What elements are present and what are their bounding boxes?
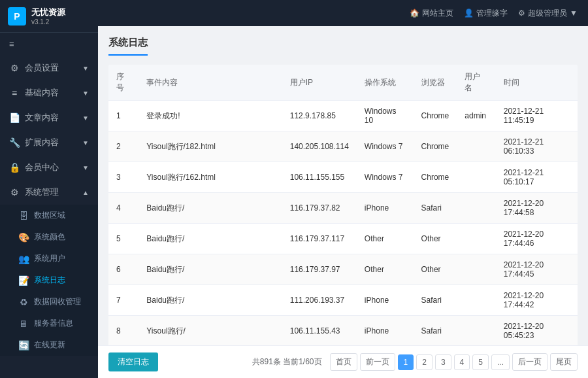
pagination-page-3[interactable]: 3 <box>435 354 451 370</box>
sidebar-sub-item-server-info[interactable]: 🖥 服务器信息 <box>0 313 98 334</box>
cell-ip: 140.205.108.114 <box>282 131 357 162</box>
menu-toggle[interactable]: ≡ <box>0 33 98 56</box>
topbar-user[interactable]: ⚙ 超级管理员 ▼ <box>518 8 578 19</box>
chevron-down-icon: ▼ <box>82 114 89 122</box>
sidebar-sub-item-label: 服务器信息 <box>34 318 73 329</box>
sidebar-item-label: 系统管理 <box>25 186 59 198</box>
cell-user: admin <box>457 101 495 131</box>
list-icon: ≡ <box>9 88 20 98</box>
table-row: 1 登录成功! 112.9.178.85 Windows 10 Chrome a… <box>108 101 578 131</box>
sidebar-sub-item-label: 系统用户 <box>34 253 65 264</box>
cell-event: Baidu跑行/ <box>139 224 282 254</box>
table-row: 6 Baidu跑行/ 116.179.37.97 Other Other 202… <box>108 254 578 285</box>
cell-os: iPhone <box>357 193 414 224</box>
cell-user <box>457 131 495 162</box>
cell-id: 2 <box>108 131 139 162</box>
topbar-user-label: 超级管理员 <box>528 8 567 19</box>
cell-browser: Other <box>414 224 457 254</box>
sidebar-sub-item-label: 数据回收管理 <box>34 296 81 307</box>
col-header-os: 操作系统 <box>357 65 414 101</box>
log-icon: 📝 <box>18 275 29 286</box>
pagination: 共891条 当前1/60页 首页 前一页 1 2 3 4 5 ... 后一页 尾… <box>252 353 578 371</box>
user-icon: 🔒 <box>9 162 20 173</box>
sidebar-item-basic-content[interactable]: ≡ 基础内容 ▼ <box>0 80 98 105</box>
home-icon: 🏠 <box>410 9 419 18</box>
pagination-first[interactable]: 首页 <box>330 353 357 371</box>
pagination-prev[interactable]: 前一页 <box>360 353 395 371</box>
sidebar-item-extended-content[interactable]: 🔧 扩展内容 ▼ <box>0 130 98 155</box>
cell-user <box>457 162 495 193</box>
update-icon: 🔄 <box>18 340 29 351</box>
col-header-id: 序号 <box>108 65 139 101</box>
chevron-down-icon: ▼ <box>82 90 89 97</box>
cell-browser: Chrome <box>414 162 457 193</box>
cell-id: 1 <box>108 101 139 131</box>
cell-time: 2021-12-21 05:10:17 <box>496 162 578 193</box>
settings-icon: ⚙ <box>9 63 20 73</box>
cell-user <box>457 254 495 285</box>
log-table-container: 序号 事件内容 用户IP 操作系统 浏览器 用户名 时间 1 登录成功! 112… <box>108 65 578 345</box>
topbar-manage[interactable]: 👤 管理缘字 <box>464 8 508 19</box>
cell-time: 2021-12-20 17:44:45 <box>496 254 578 285</box>
col-header-user: 用户名 <box>457 65 495 101</box>
pagination-page-4[interactable]: 4 <box>454 354 470 370</box>
chevron-down-icon: ▼ <box>82 139 89 146</box>
cell-id: 5 <box>108 224 139 254</box>
cell-event: Baidu跑行/ <box>139 254 282 285</box>
cell-ip: 112.9.178.85 <box>282 101 357 131</box>
cell-ip: 111.206.193.37 <box>282 285 357 316</box>
recycle-icon: ♻ <box>18 297 29 307</box>
cell-time: 2021-12-20 05:45:23 <box>496 316 578 346</box>
cell-event: Baidu跑行/ <box>139 193 282 224</box>
sidebar-sub-item-online-update[interactable]: 🔄 在线更新 <box>0 334 98 356</box>
col-header-time: 时间 <box>496 65 578 101</box>
pagination-page-5[interactable]: 5 <box>472 354 489 370</box>
cell-event: Yisoul跑行/162.html <box>139 162 282 193</box>
topbar: 🏠 网站主页 👤 管理缘字 ⚙ 超级管理员 ▼ <box>98 0 588 26</box>
cell-ip: 116.179.37.97 <box>282 254 357 285</box>
table-row: 8 Yisoul跑行/ 106.11.155.43 iPhone Safari … <box>108 316 578 346</box>
cell-user <box>457 285 495 316</box>
system-manage-submenu: 🗄 数据区域 🎨 系统颜色 👥 系统用户 📝 系统日志 ♻ 数据回收管理 🖥 服… <box>0 205 98 356</box>
cell-event: 登录成功! <box>139 101 282 131</box>
page-title: 系统日志 <box>108 37 148 56</box>
topbar-website[interactable]: 🏠 网站主页 <box>410 8 453 19</box>
pagination-page-2[interactable]: 2 <box>416 354 433 370</box>
cell-ip: 106.11.155.43 <box>282 316 357 346</box>
sidebar-logo: P 无忧资源 v3.1.2 <box>0 0 98 33</box>
sidebar-sub-item-system-color[interactable]: 🎨 系统颜色 <box>0 226 98 248</box>
sidebar-sub-item-data-region[interactable]: 🗄 数据区域 <box>0 205 98 226</box>
cell-browser: Other <box>414 254 457 285</box>
table-header: 序号 事件内容 用户IP 操作系统 浏览器 用户名 时间 <box>108 65 578 101</box>
cell-browser: Safari <box>414 285 457 316</box>
table-row: 2 Yisoul跑行/182.html 140.205.108.114 Wind… <box>108 131 578 162</box>
cell-os: Other <box>357 224 414 254</box>
cell-event: Baidu跑行/ <box>139 285 282 316</box>
pagination-last[interactable]: 尾页 <box>550 353 578 371</box>
cell-os: Windows 7 <box>357 162 414 193</box>
sidebar-item-member-settings[interactable]: ⚙ 会员设置 ▼ <box>0 56 98 80</box>
cell-time: 2021-12-21 06:10:33 <box>496 131 578 162</box>
sidebar-item-label: 扩展内容 <box>25 137 59 148</box>
logo-icon: P <box>8 7 26 26</box>
doc-icon: 📄 <box>9 112 20 123</box>
cell-os: iPhone <box>357 316 414 346</box>
pagination-page-1[interactable]: 1 <box>398 354 414 370</box>
clear-log-button[interactable]: 清空日志 <box>108 352 158 371</box>
sidebar-sub-item-system-user[interactable]: 👥 系统用户 <box>0 248 98 269</box>
pagination-next[interactable]: 后一页 <box>512 353 547 371</box>
sidebar-sub-item-label: 系统颜色 <box>34 232 65 243</box>
manage-icon: 👤 <box>464 9 474 18</box>
cell-id: 8 <box>108 316 139 346</box>
cell-os: Other <box>357 254 414 285</box>
cell-os: Windows 10 <box>357 101 414 131</box>
sidebar-item-system-manage[interactable]: ⚙ 系统管理 ▲ <box>0 180 98 205</box>
sidebar-sub-item-label: 系统日志 <box>34 275 65 286</box>
sidebar-item-text-content[interactable]: 📄 文章内容 ▼ <box>0 105 98 130</box>
sidebar-sub-item-recycle[interactable]: ♻ 数据回收管理 <box>0 291 98 313</box>
cell-ip: 116.179.37.117 <box>282 224 357 254</box>
sidebar-sub-item-system-log[interactable]: 📝 系统日志 <box>0 269 98 291</box>
cell-time: 2021-12-21 11:45:19 <box>496 101 578 131</box>
sidebar-item-member-center[interactable]: 🔒 会员中心 ▼ <box>0 155 98 180</box>
cell-time: 2021-12-20 17:44:42 <box>496 285 578 316</box>
